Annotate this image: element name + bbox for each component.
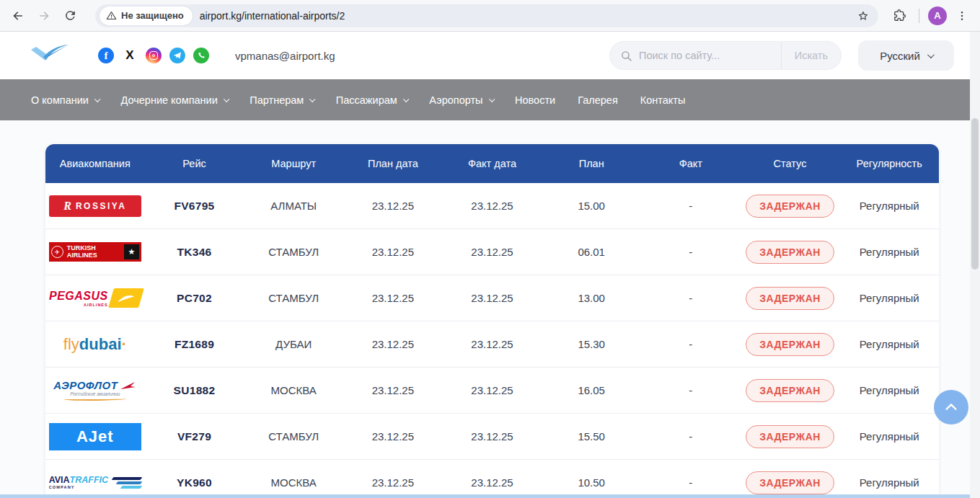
turkish-logo: ✈TURKISHAIRLINES★ bbox=[49, 242, 141, 262]
wing-stripe bbox=[112, 477, 143, 480]
aviatraffic-avia: AVIA bbox=[49, 475, 70, 485]
nav-item-passengers[interactable]: Пассажирам bbox=[336, 94, 407, 106]
browser-back-button[interactable] bbox=[7, 5, 29, 27]
chevron-down-icon bbox=[94, 96, 100, 102]
browser-menu-button[interactable] bbox=[951, 5, 973, 27]
puzzle-icon bbox=[893, 9, 906, 22]
column-header-9: Регулярность bbox=[839, 144, 939, 183]
pegasus-flag-emblem bbox=[108, 288, 144, 308]
nav-item-contacts[interactable]: Контакты bbox=[640, 94, 686, 106]
airport-kg-logo[interactable] bbox=[29, 42, 71, 69]
status-badge: ЗАДЕРЖАН bbox=[746, 379, 834, 402]
column-header-3: Маршрут bbox=[244, 144, 343, 183]
nav-item-label: Дочерние компании bbox=[120, 94, 217, 106]
chevron-down-icon bbox=[489, 96, 495, 102]
plan-time: 15.30 bbox=[542, 321, 641, 367]
extensions-button[interactable] bbox=[888, 5, 910, 27]
aeroflot-wordmark: АЭРОФЛОТ bbox=[53, 380, 118, 391]
site-header: fX vpmanas@airport.kg Искать Русский bbox=[0, 32, 980, 79]
security-chip[interactable]: Не защищено bbox=[100, 6, 193, 25]
status-cell: ЗАДЕРЖАН bbox=[741, 229, 840, 275]
plan-time: 15.50 bbox=[542, 414, 641, 459]
status-badge: ЗАДЕРЖАН bbox=[746, 241, 834, 264]
nav-item-label: Галерея bbox=[578, 94, 618, 106]
x-icon[interactable]: X bbox=[122, 48, 138, 63]
browser-profile-avatar[interactable]: A bbox=[928, 6, 947, 25]
facebook-icon[interactable]: f bbox=[98, 48, 114, 63]
pegasus-subtitle: AIRLINES bbox=[84, 303, 108, 307]
search-input[interactable] bbox=[639, 50, 781, 61]
aeroflot-swoosh bbox=[64, 397, 126, 401]
column-header-7: Факт bbox=[641, 144, 741, 183]
turkish-wordmark: TURKISHAIRLINES bbox=[67, 245, 97, 259]
wing-stripe bbox=[116, 481, 143, 484]
nav-item-news[interactable]: Новости bbox=[515, 94, 555, 106]
table-row: flydubai·FZ1689ДУБАИ23.12.2523.12.2515.3… bbox=[45, 321, 939, 368]
reload-icon bbox=[63, 9, 77, 22]
regularity: Регулярный bbox=[839, 460, 939, 498]
fact-date: 23.12.25 bbox=[443, 183, 542, 228]
nav-item-about[interactable]: О компании bbox=[31, 94, 98, 106]
fact-date: 23.12.25 bbox=[443, 368, 542, 413]
plan-date: 23.12.25 bbox=[343, 368, 443, 413]
flights-table: АвиакомпанияРейсМаршрутПлан датаФакт дат… bbox=[45, 144, 939, 498]
column-header-1: Авиакомпания bbox=[45, 144, 145, 183]
status-cell: ЗАДЕРЖАН bbox=[741, 183, 840, 228]
rossiya-wordmark: ROSSIYA bbox=[76, 201, 126, 211]
aeroflot-logo: АЭРОФЛОТРоссийские авиалинии bbox=[53, 380, 136, 401]
contact-email-link[interactable]: vpmanas@airport.kg bbox=[235, 50, 335, 62]
bookmark-star-button[interactable] bbox=[852, 5, 874, 27]
nav-item-gallery[interactable]: Галерея bbox=[578, 94, 618, 106]
nav-item-label: О компании bbox=[31, 94, 89, 106]
whatsapp-icon[interactable] bbox=[193, 48, 209, 63]
telegram-icon[interactable] bbox=[169, 48, 185, 63]
phone-icon bbox=[197, 51, 206, 61]
rossiya-r-glyph: R bbox=[63, 200, 71, 213]
site-search: Искать bbox=[609, 41, 842, 70]
scrollbar-thumb[interactable] bbox=[971, 118, 979, 270]
airline-logo-cell: ✈TURKISHAIRLINES★ bbox=[45, 229, 145, 275]
plan-date: 23.12.25 bbox=[343, 460, 443, 498]
instagram-icon[interactable] bbox=[146, 48, 162, 63]
fact-time: - bbox=[641, 229, 741, 275]
ajet-logo: AJet bbox=[49, 423, 141, 450]
nav-item-subsidiaries[interactable]: Дочерние компании bbox=[120, 94, 227, 106]
aviatraffic-title: AVIATRAFFIC bbox=[49, 476, 108, 485]
flydubai-dot: · bbox=[122, 335, 127, 354]
plan-date: 23.12.25 bbox=[343, 183, 443, 228]
status-badge: ЗАДЕРЖАН bbox=[746, 333, 834, 356]
star-icon bbox=[857, 9, 870, 22]
regularity: Регулярный bbox=[839, 414, 939, 459]
browser-forward-button[interactable] bbox=[33, 5, 55, 27]
url-text: airport.kg/international-airports/2 bbox=[200, 10, 852, 22]
back-arrow-icon bbox=[11, 9, 25, 23]
status-badge: ЗАДЕРЖАН bbox=[746, 195, 834, 218]
column-header-6: План bbox=[542, 144, 641, 183]
bottom-accent-strip bbox=[0, 494, 970, 498]
browser-reload-button[interactable] bbox=[59, 5, 81, 27]
airline-logo-cell: RROSSIYA bbox=[45, 183, 145, 228]
nav-item-partners[interactable]: Партнерам bbox=[250, 94, 314, 106]
toolbar-divider bbox=[919, 9, 919, 23]
page-scrollbar[interactable] bbox=[970, 32, 980, 498]
status-badge: ЗАДЕРЖАН bbox=[746, 287, 834, 310]
flight-number: FV6795 bbox=[145, 183, 244, 228]
flight-number: YK960 bbox=[145, 460, 244, 498]
search-submit-button[interactable]: Искать bbox=[781, 42, 841, 69]
flight-number: SU1882 bbox=[145, 368, 244, 413]
address-bar[interactable]: Не защищено airport.kg/international-air… bbox=[95, 4, 878, 27]
table-header-row: АвиакомпанияРейсМаршрутПлан датаФакт дат… bbox=[45, 144, 939, 183]
chevron-up-icon bbox=[943, 399, 959, 415]
plan-time: 10.50 bbox=[542, 460, 641, 498]
scroll-to-top-button[interactable] bbox=[934, 390, 968, 424]
nav-item-airports[interactable]: Аэропорты bbox=[429, 94, 493, 106]
social-links: fX bbox=[98, 48, 209, 63]
language-selector[interactable]: Русский bbox=[858, 40, 954, 71]
plan-date: 23.12.25 bbox=[343, 275, 443, 321]
regularity: Регулярный bbox=[839, 321, 939, 367]
aviatraffic-traffic: TRAFFIC bbox=[70, 475, 108, 485]
status-cell: ЗАДЕРЖАН bbox=[741, 414, 840, 459]
nav-item-label: Новости bbox=[515, 94, 555, 106]
flight-number: TK346 bbox=[145, 229, 244, 275]
chevron-down-icon bbox=[927, 51, 935, 58]
